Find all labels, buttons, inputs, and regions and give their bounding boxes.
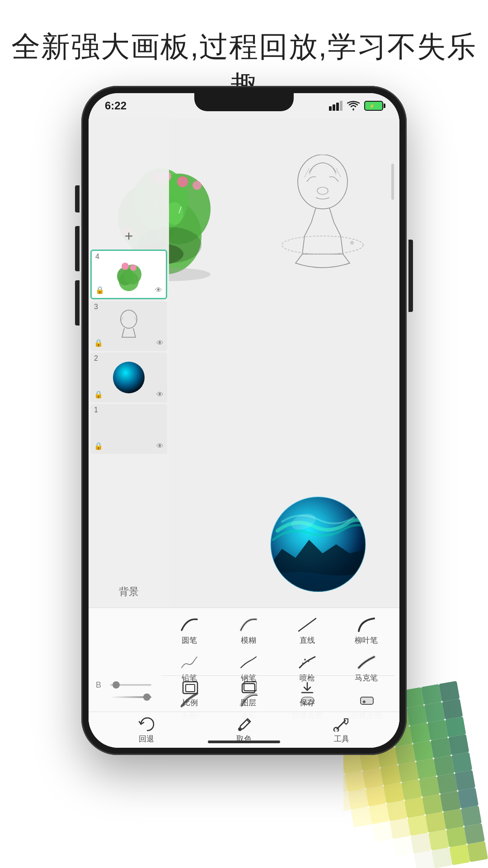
svg-point-32 [282, 236, 363, 254]
status-icons: ⚡ [329, 101, 383, 111]
mosaic-cell [424, 702, 445, 722]
layer-item-1[interactable]: 1 🔒 👁 [90, 404, 167, 454]
brush-label-blur: 模糊 [241, 635, 256, 646]
layer-lock-1: 🔒 [94, 442, 103, 450]
battery-icon: ⚡ [364, 101, 383, 111]
svg-rect-1 [333, 104, 335, 111]
brush-icon-pencil [178, 653, 201, 671]
layer-lock-3: 🔒 [94, 339, 103, 347]
tool-ratio[interactable]: 比例 [161, 676, 220, 712]
mosaic-cell [411, 833, 432, 854]
svg-point-46 [113, 362, 145, 393]
brush-icon-marker [355, 653, 378, 671]
mosaic-cell [440, 791, 460, 811]
layers-panel: + [89, 118, 169, 608]
mosaic-cell [357, 842, 378, 863]
mosaic-cell [375, 839, 396, 860]
mosaic-cell [348, 789, 369, 810]
brush-item-blur[interactable]: 模糊 [220, 613, 277, 648]
mosaic-cell [354, 824, 375, 845]
svg-point-42 [130, 264, 136, 271]
layer-eye-3[interactable]: 👁 [156, 339, 164, 347]
brush-item-round[interactable]: 圆笔 [161, 613, 218, 648]
action-tools[interactable]: 工具 [332, 716, 352, 744]
scrollbar-vertical[interactable] [391, 164, 394, 200]
svg-line-31 [336, 168, 341, 177]
layer-eye-1[interactable]: 👁 [156, 442, 164, 450]
brush-icon-pen [237, 653, 260, 671]
mosaic-cell [421, 684, 442, 705]
drawing-orb [268, 495, 368, 594]
phone-frame-wrapper: 6:22 [81, 86, 407, 791]
brush-item-willow[interactable]: 柳叶笔 [338, 613, 395, 648]
layer-eye-2[interactable]: 👁 [156, 391, 164, 399]
mosaic-cell [458, 788, 479, 808]
brush-panel: B 圆笔 [89, 608, 399, 748]
ratio-icon [180, 679, 200, 696]
opacity-thumb[interactable] [143, 693, 150, 701]
tool-layer[interactable]: 图层 [220, 676, 278, 712]
svg-point-62 [334, 727, 338, 731]
mosaic-cell [427, 720, 448, 741]
mosaic-cell [436, 773, 457, 794]
mosaic-cell [413, 741, 433, 761]
power-button [408, 240, 413, 312]
layer-item-3[interactable]: 3 🔒 👁 [90, 301, 167, 351]
svg-point-23 [192, 181, 202, 190]
phone-frame: 6:22 [81, 86, 407, 755]
opacity-track[interactable] [110, 696, 151, 698]
drawing-bust [273, 155, 372, 281]
layer-item-2[interactable]: 2 🔒 👁 [90, 353, 167, 402]
signal-icon [329, 101, 343, 111]
action-eyedrop[interactable]: 取色 [234, 716, 254, 744]
svg-rect-3 [340, 101, 343, 111]
mosaic-cell [431, 737, 451, 758]
svg-point-41 [122, 263, 129, 270]
brush-icon-willow [355, 615, 378, 633]
mosaic-cell [425, 812, 446, 833]
mosaic-cell [409, 723, 430, 744]
mosaic-cell [372, 821, 393, 842]
brush-icon-spray [296, 653, 319, 671]
brush-size-track[interactable] [110, 684, 151, 686]
mosaic-cell [422, 794, 443, 815]
tool-layer-label: 图层 [241, 698, 256, 708]
mosaic-cell [413, 850, 434, 868]
mosaic-cell [448, 734, 469, 755]
mosaic-cell [404, 797, 425, 818]
svg-line-30 [332, 166, 336, 175]
brush-label-round: 圆笔 [182, 635, 197, 646]
slider-area: B [89, 666, 159, 712]
mosaic-cell [416, 759, 436, 779]
svg-line-29 [309, 166, 314, 175]
layer-num-1: 1 [94, 406, 98, 414]
save-icon [297, 679, 317, 696]
brush-label-willow: 柳叶笔 [355, 635, 378, 646]
svg-point-43 [121, 310, 137, 328]
mosaic-cell [389, 818, 410, 839]
brush-size-thumb[interactable] [113, 681, 120, 689]
layer-num-4: 4 [95, 253, 99, 261]
brush-size-slider-row: B [96, 680, 151, 690]
layer-eye-4[interactable]: 👁 [155, 286, 162, 294]
phone-screen: 6:22 [89, 93, 399, 748]
mosaic-cell [406, 705, 427, 726]
action-undo[interactable]: 回退 [136, 716, 156, 744]
volume-up-button [75, 226, 80, 271]
add-layer-button[interactable]: + [120, 227, 138, 245]
brush-size-label: B [96, 680, 107, 690]
layer-item-4[interactable]: 4 🔒 👁 [90, 250, 167, 299]
tool-save[interactable]: 保存 [278, 676, 337, 712]
brush-icon-blur [237, 615, 260, 633]
svg-point-50 [302, 663, 304, 664]
volume-down-button [75, 280, 80, 326]
eyedrop-icon [234, 716, 254, 732]
mosaic-cell [393, 836, 413, 857]
layers-list: 4 🔒 👁 [90, 250, 167, 571]
svg-line-47 [299, 618, 316, 631]
svg-line-28 [305, 168, 309, 177]
svg-text:⚡: ⚡ [369, 103, 375, 109]
action-undo-label: 回退 [139, 734, 154, 744]
brush-item-line[interactable]: 直线 [279, 613, 336, 648]
svg-point-22 [177, 176, 188, 187]
